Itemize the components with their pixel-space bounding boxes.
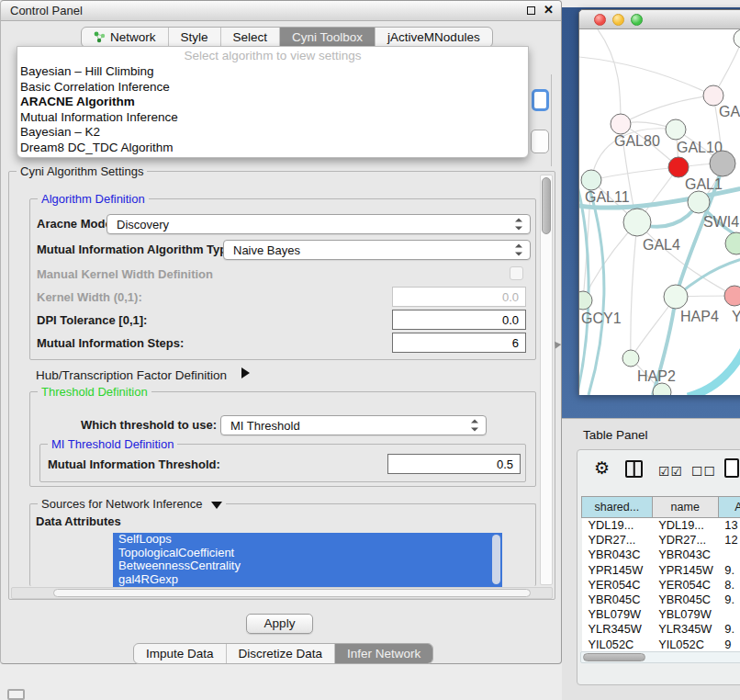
network-node-gal1[interactable] bbox=[668, 157, 689, 177]
mac-close-button[interactable] bbox=[594, 14, 606, 26]
new-table-icon[interactable] bbox=[724, 458, 739, 478]
algorithm-option-mutual-information-inference[interactable]: Mutual Information Inference bbox=[17, 110, 528, 126]
table-cell[interactable]: 8. bbox=[718, 577, 740, 592]
network-view-window[interactable]: GALGAL80GAL10GAL1GAL11SWI4GAL4GCY1HAP4YH… bbox=[578, 9, 740, 395]
dpi-tolerance-field[interactable]: 0.0 bbox=[392, 310, 526, 330]
table-row[interactable]: YIL052CYIL052C9 bbox=[582, 637, 740, 651]
column-header-name[interactable]: name bbox=[652, 497, 718, 518]
network-node-hap4[interactable] bbox=[664, 285, 688, 309]
network-node-gal[interactable] bbox=[703, 85, 723, 106]
table-cell[interactable]: YLR345W bbox=[652, 622, 718, 637]
attribute-item-gal4rgexp[interactable]: gal4RGexp bbox=[113, 573, 502, 587]
algorithm-option-dream8-dc-tdc-algorithm[interactable]: Dream8 DC_TDC Algorithm bbox=[17, 141, 528, 156]
which-threshold-select[interactable]: MI Threshold bbox=[220, 415, 487, 435]
table-cell[interactable]: YDR27... bbox=[652, 533, 718, 548]
algorithm-option-basic-correlation-inference[interactable]: Basic Correlation Inference bbox=[17, 80, 528, 96]
sources-legend[interactable]: Sources for Network Inference bbox=[38, 497, 226, 511]
select-all-checkboxes-icon[interactable]: ☑☑ bbox=[658, 462, 683, 480]
table-row[interactable]: YER054CYER054C8. bbox=[582, 577, 740, 592]
table-cell[interactable]: 9. bbox=[718, 622, 740, 637]
column-header-shared[interactable]: shared... bbox=[582, 497, 653, 518]
hub-definition-toggle-label[interactable]: Hub/Transcription Factor Definition bbox=[36, 368, 227, 382]
table-cell[interactable]: YPR145W bbox=[652, 562, 718, 577]
chevron-down-icon[interactable] bbox=[211, 502, 222, 509]
control-panel-titlebar[interactable]: Control Panel ✕ bbox=[1, 1, 561, 21]
attribute-item-topologicalcoefficient[interactable]: TopologicalCoefficient bbox=[113, 547, 502, 560]
table-cell[interactable]: YBR045C bbox=[652, 592, 718, 606]
apply-button[interactable]: Apply bbox=[246, 614, 313, 634]
network-node-gal4[interactable] bbox=[623, 209, 651, 236]
network-node-y[interactable] bbox=[724, 286, 740, 306]
network-node[interactable] bbox=[725, 232, 740, 254]
network-canvas[interactable]: GALGAL80GAL10GAL1GAL11SWI4GAL4GCY1HAP4YH… bbox=[579, 29, 740, 395]
column-header-a[interactable]: A bbox=[718, 497, 740, 518]
table-cell[interactable]: YBR043C bbox=[582, 548, 653, 562]
network-node-swi4[interactable] bbox=[688, 191, 710, 213]
mi-steps-field[interactable]: 6 bbox=[392, 333, 526, 353]
network-node-gal10[interactable] bbox=[666, 119, 686, 140]
network-node[interactable] bbox=[710, 151, 735, 176]
table-row[interactable]: YLR345WYLR345W9. bbox=[582, 622, 740, 637]
table-cell[interactable]: YPR145W bbox=[582, 562, 653, 577]
table-row[interactable]: YBR045CYBR045C9. bbox=[582, 592, 740, 606]
mac-minimize-button[interactable] bbox=[612, 14, 624, 26]
table-cell[interactable]: 9 bbox=[718, 637, 740, 651]
table-cell[interactable]: YDR27... bbox=[582, 533, 653, 548]
tab-infer-network[interactable]: Infer Network bbox=[335, 644, 432, 663]
chevron-right-icon[interactable] bbox=[241, 367, 250, 378]
table-row[interactable]: YDR27...YDR27...12 bbox=[582, 533, 740, 548]
table-row[interactable]: YPR145WYPR145W9. bbox=[582, 562, 740, 577]
attribute-item-betweennesscentrality[interactable]: BetweennessCentrality bbox=[113, 559, 502, 573]
deselect-all-checkboxes-icon[interactable]: ☐☐ bbox=[691, 462, 716, 480]
table-cell[interactable]: YER054C bbox=[652, 577, 718, 592]
algorithm-dropdown[interactable]: Select algorithm to view settings Bayesi… bbox=[17, 46, 529, 158]
network-window-titlebar[interactable] bbox=[579, 10, 740, 29]
scrollbar-thumb[interactable] bbox=[53, 589, 531, 597]
data-attributes-list[interactable]: SelfLoopsTopologicalCoefficientBetweenne… bbox=[113, 533, 502, 587]
table-cell[interactable]: YIL052C bbox=[652, 637, 718, 651]
tab-style[interactable]: Style bbox=[169, 28, 221, 47]
network-node-gal11[interactable] bbox=[581, 170, 601, 190]
table-row[interactable]: YDL19...YDL19...13 bbox=[582, 518, 740, 533]
scrollbar-thumb[interactable] bbox=[583, 653, 645, 661]
table-row[interactable]: YBL079WYBL079W bbox=[582, 607, 740, 622]
settings-vertical-scrollbar[interactable] bbox=[540, 175, 553, 585]
table-cell[interactable]: 12 bbox=[718, 533, 740, 548]
split-columns-icon[interactable] bbox=[625, 460, 643, 478]
mi-threshold-field[interactable]: 0.5 bbox=[387, 454, 521, 474]
network-node-hap2[interactable] bbox=[622, 350, 639, 367]
mi-algorithm-type-select[interactable]: Naive Bayes bbox=[223, 240, 531, 260]
table-cell[interactable]: YBL079W bbox=[652, 607, 718, 622]
table-cell[interactable]: 9. bbox=[718, 562, 740, 577]
tab-cyni-toolbox[interactable]: Cyni Toolbox bbox=[280, 28, 376, 47]
table-cell[interactable]: YBR043C bbox=[652, 548, 718, 562]
float-window-icon[interactable] bbox=[527, 6, 535, 15]
table-horizontal-scrollbar[interactable] bbox=[580, 651, 740, 663]
network-node-gcy1[interactable] bbox=[579, 291, 592, 310]
list-scrollbar-thumb[interactable] bbox=[492, 535, 500, 584]
tab-discretize-data[interactable]: Discretize Data bbox=[227, 644, 336, 663]
algorithm-option-bayesian-k2[interactable]: Bayesian – K2 bbox=[17, 125, 528, 141]
kernel-width-field[interactable]: 0.0 bbox=[392, 287, 526, 307]
tab-network[interactable]: Network bbox=[82, 28, 169, 47]
collapsed-panel-icon[interactable] bbox=[7, 689, 25, 700]
scrollbar-thumb[interactable] bbox=[542, 177, 551, 234]
table-cell[interactable]: 9. bbox=[718, 592, 740, 606]
table-cell[interactable]: YDL19... bbox=[582, 518, 653, 533]
table-cell[interactable] bbox=[718, 607, 740, 622]
table-cell[interactable]: YBL079W bbox=[582, 607, 653, 622]
close-icon[interactable]: ✕ bbox=[544, 3, 554, 17]
gear-icon[interactable]: ⚙ bbox=[594, 459, 610, 478]
table-cell[interactable]: YLR345W bbox=[582, 622, 653, 637]
tab-jactivemnodules[interactable]: jActiveMNodules bbox=[376, 28, 492, 47]
table-row[interactable]: YBR043CYBR043C bbox=[582, 548, 740, 562]
aracne-mode-select[interactable]: Discovery bbox=[107, 214, 531, 234]
settings-horizontal-scrollbar[interactable] bbox=[11, 587, 553, 599]
attribute-item-selfloops[interactable]: SelfLoops bbox=[113, 533, 502, 547]
table-cell[interactable] bbox=[718, 548, 740, 562]
tab-impute-data[interactable]: Impute Data bbox=[134, 644, 227, 663]
table-cell[interactable]: 13 bbox=[718, 518, 740, 533]
table-cell[interactable]: YIL052C bbox=[582, 637, 653, 651]
table-cell[interactable]: YBR045C bbox=[582, 592, 653, 606]
table-cell[interactable]: YDL19... bbox=[652, 518, 718, 533]
